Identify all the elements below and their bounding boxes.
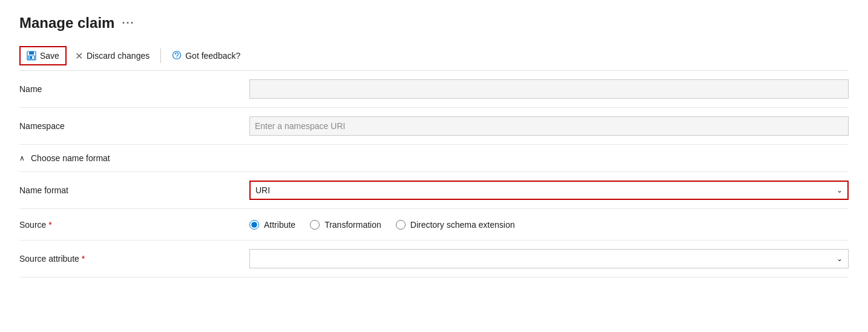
source-radio-group: Attribute Transformation Directory schem…	[249, 220, 849, 230]
page-title-area: Manage claim ···	[19, 15, 849, 32]
name-input[interactable]	[249, 79, 849, 99]
section-collapse-icon: ∧	[19, 154, 25, 162]
source-row: Source * Attribute Transformation Direc	[19, 209, 849, 241]
source-directory-radio[interactable]	[396, 220, 406, 230]
choose-name-format-section[interactable]: ∧ Choose name format	[19, 145, 849, 172]
source-label: Source *	[19, 220, 249, 230]
feedback-label: Got feedback?	[185, 51, 240, 61]
discard-icon: ✕	[75, 50, 83, 62]
source-attribute-select[interactable]	[249, 249, 849, 268]
page-container: Manage claim ··· Save ✕ Discard changes	[0, 0, 868, 292]
source-required-star: *	[48, 220, 51, 230]
source-attribute-required-star: *	[82, 254, 85, 264]
name-format-select-wrapper: URI Basic Email Windows Persistent Trans…	[249, 181, 849, 200]
source-transformation-radio[interactable]	[310, 220, 320, 230]
source-directory-option[interactable]: Directory schema extension	[396, 220, 515, 230]
save-icon	[27, 51, 36, 61]
name-format-row: Name format URI Basic Email Windows Pers…	[19, 172, 849, 209]
source-directory-label: Directory schema extension	[410, 220, 515, 230]
namespace-input[interactable]	[249, 116, 849, 136]
source-attribute-label: Source attribute *	[19, 254, 249, 264]
page-title: Manage claim	[19, 15, 114, 32]
name-format-label: Name format	[19, 185, 249, 195]
section-title: Choose name format	[31, 153, 110, 163]
svg-rect-3	[30, 56, 32, 59]
feedback-button[interactable]: Got feedback?	[166, 47, 246, 65]
source-attribute-option[interactable]: Attribute	[249, 220, 295, 230]
save-label: Save	[40, 51, 59, 61]
source-attribute-label: Attribute	[264, 220, 295, 230]
toolbar: Save ✕ Discard changes Got feedback?	[19, 41, 849, 71]
name-row: Name	[19, 71, 849, 108]
form-section: Name Namespace ∧ Choose name format Name…	[19, 71, 849, 277]
name-label: Name	[19, 84, 249, 94]
source-attribute-row: Source attribute * ⌄	[19, 241, 849, 277]
namespace-row: Namespace	[19, 108, 849, 145]
source-attribute-select-wrapper: ⌄	[249, 249, 849, 268]
source-attribute-field-wrapper: ⌄	[249, 249, 849, 268]
discard-button[interactable]: ✕ Discard changes	[69, 47, 156, 65]
svg-rect-1	[29, 51, 34, 55]
source-transformation-option[interactable]: Transformation	[310, 220, 381, 230]
discard-label: Discard changes	[87, 51, 150, 61]
page-title-ellipsis: ···	[122, 17, 134, 30]
name-format-field-wrapper: URI Basic Email Windows Persistent Trans…	[249, 181, 849, 200]
toolbar-divider	[160, 48, 161, 63]
name-format-select[interactable]: URI Basic Email Windows Persistent Trans…	[249, 181, 849, 200]
source-transformation-label: Transformation	[324, 220, 381, 230]
feedback-icon	[172, 50, 182, 62]
svg-point-5	[177, 56, 177, 57]
namespace-label: Namespace	[19, 121, 249, 131]
save-button[interactable]: Save	[19, 46, 67, 65]
namespace-field-wrapper	[249, 116, 849, 136]
source-radio-group-wrapper: Attribute Transformation Directory schem…	[249, 220, 849, 230]
source-attribute-radio[interactable]	[249, 220, 259, 230]
name-field-wrapper	[249, 79, 849, 99]
